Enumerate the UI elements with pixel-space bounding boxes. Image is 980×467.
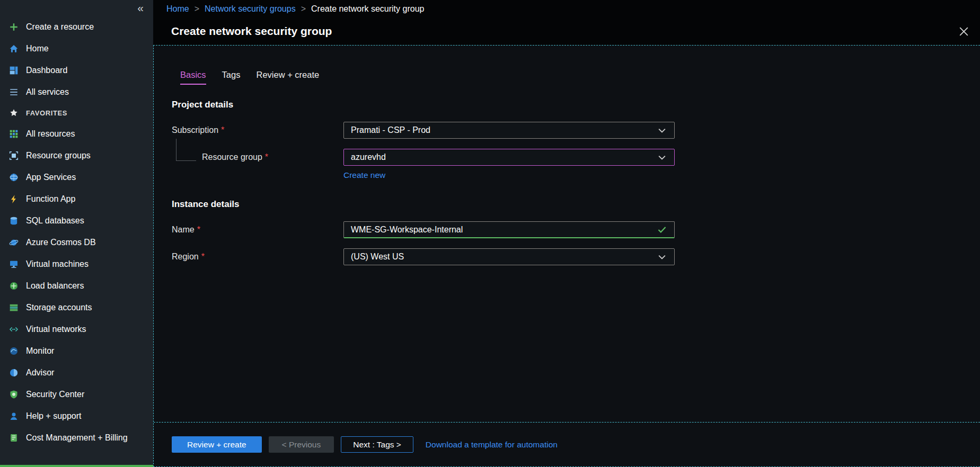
required-asterisk: * (265, 152, 268, 162)
subscription-label-text: Subscription (172, 125, 218, 135)
sidebar-item-label: Monitor (26, 346, 54, 356)
sidebar-item-label: Security Center (26, 390, 84, 399)
virtual-machines-icon (8, 259, 19, 270)
sidebar-item-function-app[interactable]: Function App (0, 188, 153, 210)
download-template-link[interactable]: Download a template for automation (426, 440, 558, 450)
subscription-label: Subscription * (172, 125, 343, 135)
function-app-icon (8, 194, 19, 204)
sidebar-item-label: Virtual machines (26, 259, 89, 269)
plus-icon (8, 22, 19, 32)
breadcrumb-nsg-link[interactable]: Network security groups (205, 4, 296, 14)
name-row: Name * WME-SG-Workspace-Internal (172, 221, 980, 238)
create-new-link[interactable]: Create new (343, 170, 385, 179)
wizard-footer: Review + create < Previous Next : Tags >… (154, 422, 980, 466)
star-icon (8, 107, 19, 118)
region-value: (US) West US (351, 252, 404, 262)
instance-details-heading: Instance details (172, 199, 980, 210)
tab-review-create[interactable]: Review + create (256, 70, 319, 85)
sidebar-item-label: Create a resource (26, 22, 94, 32)
name-label-text: Name (172, 225, 195, 235)
sidebar-item-label: All services (26, 87, 69, 97)
chevron-down-icon (657, 152, 667, 163)
sidebar-item-label: Storage accounts (26, 303, 92, 312)
name-input[interactable]: WME-SG-Workspace-Internal (343, 221, 675, 238)
sidebar-item-all-services[interactable]: All services (0, 81, 153, 103)
name-label: Name * (172, 225, 343, 235)
cost-management-icon (8, 433, 19, 443)
virtual-networks-icon (8, 324, 19, 335)
sidebar-item-azure-cosmos-db[interactable]: Azure Cosmos DB (0, 231, 153, 253)
sidebar-item-advisor[interactable]: Advisor (0, 362, 153, 383)
sidebar-item-help-support[interactable]: Help + support (0, 405, 153, 427)
cosmos-db-icon (8, 237, 19, 248)
sidebar-item-label: All resources (26, 129, 75, 139)
sidebar-bottom-accent-bar (0, 465, 153, 467)
close-icon[interactable] (959, 27, 968, 36)
project-details-heading: Project details (172, 100, 980, 110)
subscription-dropdown[interactable]: Pramati - CSP - Prod (343, 122, 675, 139)
sidebar-item-label: Load balancers (26, 281, 84, 291)
chevron-down-icon (657, 125, 667, 136)
sidebar-collapse-icon[interactable]: « (0, 0, 153, 16)
previous-button[interactable]: < Previous (269, 436, 334, 453)
sidebar: « Create a resource Home Dashboard All s… (0, 0, 153, 467)
sidebar-item-sql-databases[interactable]: SQL databases (0, 210, 153, 231)
sidebar-item-app-services[interactable]: App Services (0, 166, 153, 188)
next-tags-button[interactable]: Next : Tags > (341, 436, 413, 453)
tab-bar: Basics Tags Review + create (180, 70, 980, 85)
sidebar-item-storage-accounts[interactable]: Storage accounts (0, 297, 153, 318)
sidebar-item-label: Cost Management + Billing (26, 433, 128, 443)
region-label: Region * (172, 252, 343, 262)
storage-accounts-icon (8, 302, 19, 313)
subscription-value: Pramati - CSP - Prod (351, 125, 430, 135)
basics-form: Project details Subscription * Pramati -… (154, 100, 980, 265)
resource-group-dropdown[interactable]: azurevhd (343, 149, 675, 166)
sidebar-item-dashboard[interactable]: Dashboard (0, 59, 153, 81)
sidebar-item-label: Azure Cosmos DB (26, 238, 96, 247)
sidebar-item-load-balancers[interactable]: Load balancers (0, 275, 153, 297)
app-services-icon (8, 172, 19, 183)
sidebar-item-virtual-networks[interactable]: Virtual networks (0, 318, 153, 340)
load-balancers-icon (8, 281, 19, 291)
sidebar-item-virtual-machines[interactable]: Virtual machines (0, 253, 153, 275)
sidebar-item-resource-groups[interactable]: Resource groups (0, 145, 153, 166)
breadcrumb-current-page: Create network security group (311, 4, 424, 14)
region-row: Region * (US) West US (172, 248, 980, 265)
sidebar-item-cost-management[interactable]: Cost Management + Billing (0, 427, 153, 448)
home-icon (8, 43, 19, 54)
blade-content: Basics Tags Review + create Project deta… (153, 45, 980, 467)
tab-tags[interactable]: Tags (222, 70, 241, 85)
resource-group-row: Resource group * azurevhd (172, 149, 980, 166)
sidebar-item-monitor[interactable]: Monitor (0, 340, 153, 362)
sidebar-item-label: Advisor (26, 368, 54, 378)
required-asterisk: * (221, 125, 224, 135)
sidebar-item-label: SQL databases (26, 216, 84, 226)
valid-check-icon (657, 224, 667, 235)
sidebar-item-label: Resource groups (26, 151, 91, 160)
sidebar-item-label: Home (26, 44, 49, 53)
chevron-down-icon (657, 252, 667, 262)
sidebar-item-security-center[interactable]: Security Center (0, 383, 153, 405)
required-asterisk: * (201, 252, 205, 262)
review-create-button[interactable]: Review + create (172, 436, 262, 453)
sidebar-item-all-resources[interactable]: All resources (0, 123, 153, 145)
advisor-icon (8, 367, 19, 378)
all-services-icon (8, 87, 19, 97)
blade-title-bar: Create network security group (153, 17, 980, 45)
subscription-row: Subscription * Pramati - CSP - Prod (172, 122, 980, 139)
sidebar-item-label: Help + support (26, 411, 82, 421)
breadcrumb-separator-icon: > (189, 4, 205, 14)
breadcrumb-home-link[interactable]: Home (166, 4, 189, 14)
sql-databases-icon (8, 215, 19, 226)
resource-group-label: Resource group * (172, 152, 343, 162)
resource-group-value: azurevhd (351, 152, 386, 162)
sidebar-item-home[interactable]: Home (0, 38, 153, 59)
sidebar-item-label: Virtual networks (26, 325, 86, 334)
sidebar-item-label: Dashboard (26, 66, 67, 75)
name-value: WME-SG-Workspace-Internal (351, 225, 463, 235)
resource-groups-icon (8, 150, 19, 161)
region-dropdown[interactable]: (US) West US (343, 248, 675, 265)
tab-basics[interactable]: Basics (180, 70, 206, 85)
sidebar-section-label: FAVORITES (26, 109, 67, 117)
sidebar-item-create-a-resource[interactable]: Create a resource (0, 16, 153, 38)
